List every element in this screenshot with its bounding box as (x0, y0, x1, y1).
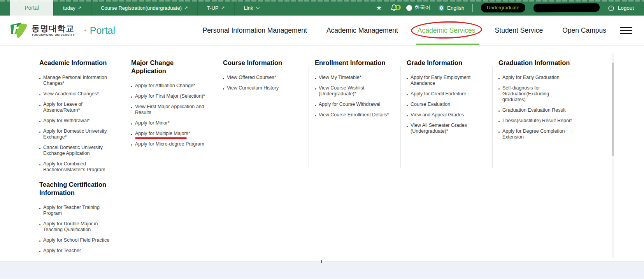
menu-item-label: Thesis(substitute) Result Report (502, 118, 574, 124)
menu-item[interactable]: Apply for Domestic University Exchange* (39, 128, 118, 140)
menu-item-label: View First Major Application and Results (135, 104, 206, 116)
menu-item[interactable]: Apply for Course Withdrawal (315, 102, 393, 107)
mega-menu-columns: Academic InformationManage Personal Info… (0, 46, 644, 256)
menu-item[interactable]: Apply for Teacher Training Program (39, 205, 118, 216)
menu-item[interactable]: View Course Wishlist (Undergraduate)* (315, 85, 393, 97)
menu-item-label: View Curriculum History (227, 85, 298, 91)
menu-item[interactable]: Self-diagnosis for Graduation(Excluding … (498, 85, 577, 103)
menu-item-label: Apply for Teacher (43, 248, 114, 254)
menu-item-label: Apply for School Field Practice (43, 237, 114, 243)
main-nav: Personal Information Management Academic… (202, 16, 606, 45)
menu-item[interactable]: View Offered Courses* (223, 75, 302, 81)
column-divider (400, 66, 401, 168)
menu-item[interactable]: Apply for Teacher (39, 248, 118, 254)
nav-label: Academic Management (326, 26, 398, 35)
menu-item[interactable]: View My Timetable* (315, 75, 393, 81)
nav-student-service[interactable]: Student Service (495, 16, 543, 45)
nav-label: Personal Information Management (202, 26, 307, 35)
menu-item[interactable]: Manage Personal Information Changes* (39, 75, 118, 86)
nav-open-campus[interactable]: Open Campus (562, 16, 606, 45)
menu-item[interactable]: Cancel Domestic University Exchange Appl… (39, 145, 118, 156)
menu-item[interactable]: Apply for Multiple Majors* (131, 131, 210, 137)
menu-item[interactable]: Apply for Early Graduation (498, 75, 577, 81)
tab-link-dropdown[interactable]: Link (234, 0, 268, 16)
menu-item[interactable]: Apply for Early Employment Attendance (407, 75, 485, 86)
menu-item[interactable]: Apply for Affiliation Change* (131, 83, 210, 89)
menu-item[interactable]: Apply for Leave of Absence/Return* (39, 102, 118, 113)
menu-section: Graduation InformationApply for Early Gr… (498, 59, 577, 140)
menu-item[interactable]: Apply for Withdrawal* (39, 118, 118, 124)
menu-item[interactable]: View First Major Application and Results (131, 104, 210, 116)
menu-item[interactable]: Graduation Evaluation Result (498, 107, 577, 113)
menu-item[interactable]: Apply for School Field Practice (39, 237, 118, 243)
radio-selected-icon[interactable] (439, 5, 444, 11)
nav-academic-management[interactable]: Academic Management (326, 16, 398, 45)
menu-section: Teaching Certification InformationApply … (39, 181, 118, 254)
nav-academic-services[interactable]: Academic Services (418, 16, 476, 45)
menu-section-title: Academic Information (39, 59, 116, 67)
menu-item[interactable]: Thesis(substitute) Result Report (498, 118, 577, 124)
bullet-icon (407, 115, 408, 116)
menu-section-title: Grade Information (407, 59, 483, 67)
notification-bell-icon[interactable]: 0 (390, 4, 398, 12)
bullet-icon (131, 107, 132, 108)
bullet-icon (131, 144, 132, 146)
logout-button[interactable]: Logout (608, 5, 634, 11)
menu-item[interactable]: Apply for First Major (Selection)* (131, 93, 210, 99)
tab-t-up[interactable]: T-UP ↗ (197, 0, 234, 16)
language-option-english[interactable]: English (439, 5, 464, 11)
menu-item[interactable]: Apply for Credit Forfeiture (407, 91, 485, 97)
menu-item[interactable]: Apply for Degree Completion Extension (498, 128, 577, 140)
logout-label: Logout (618, 5, 634, 11)
radio-unselected-icon[interactable] (406, 5, 412, 11)
menu-column: Major Change ApplicationApply for Affili… (125, 46, 217, 256)
bullet-icon (223, 88, 224, 89)
tab-tuday[interactable]: tuday ↗ (53, 0, 91, 16)
menu-item-label: Apply for Micro-degree Program (135, 141, 206, 147)
menu-item[interactable]: Apply for Micro-degree Program (131, 141, 210, 147)
menu-item[interactable]: View Curriculum History (223, 85, 302, 91)
menu-scrollbar-thumb[interactable] (612, 63, 614, 156)
bullet-icon (498, 78, 500, 79)
nav-personal-information-management[interactable]: Personal Information Management (202, 16, 307, 45)
menu-item-label: Apply for Teacher Training Program (43, 205, 114, 216)
bullet-icon (223, 78, 224, 79)
menu-section: Major Change ApplicationApply for Affili… (131, 59, 210, 147)
menu-item-label: Apply for Minor* (135, 120, 206, 126)
menu-column: Graduation InformationApply for Early Gr… (492, 46, 584, 256)
external-link-icon: ↗ (78, 5, 82, 11)
tab-portal[interactable]: Portal (10, 0, 53, 16)
menu-item-label: Apply for Degree Completion Extension (502, 128, 574, 140)
menu-item[interactable]: View All Semester Grades (Undergraduate)… (407, 123, 485, 134)
column-divider (309, 66, 309, 168)
menu-item-label: View All Semester Grades (Undergraduate)… (411, 123, 482, 134)
nav-label: Open Campus (562, 26, 606, 35)
hamburger-menu-icon[interactable] (620, 27, 632, 34)
menu-item[interactable]: Apply for Double Major in Teaching Quali… (39, 221, 118, 233)
menu-column: Enrollment InformationView My Timetable*… (309, 46, 400, 256)
bullet-icon (39, 148, 40, 149)
menu-column: Course InformationView Offered Courses*V… (217, 46, 309, 256)
menu-item[interactable]: Apply for Minor* (131, 120, 210, 126)
language-option-korean[interactable]: 한국어 (406, 4, 431, 11)
menu-item[interactable]: View and Appeal Grades (407, 112, 485, 118)
bullet-icon (131, 134, 132, 135)
favorites-star-icon[interactable]: ★ (376, 5, 382, 11)
red-circle-annotation (411, 21, 482, 39)
bullet-icon (131, 86, 132, 87)
bullet-icon (315, 78, 316, 79)
menu-item[interactable]: View Course Enrollment Details* (315, 112, 393, 118)
bullet-icon (39, 132, 40, 133)
bullet-icon (407, 126, 408, 127)
logo-separator-dot: · (84, 27, 86, 34)
tab-label: Link (244, 5, 253, 11)
topbar: Portal tuday ↗ Course Registration(under… (0, 0, 644, 16)
tab-course-registration[interactable]: Course Registration(undergraduate) ↗ (91, 0, 197, 16)
university-logo[interactable]: 동명대학교 TONGMYONG UNIVERSITY · Portal (10, 16, 115, 45)
menu-item[interactable]: View Academic Changes* (39, 91, 118, 97)
menu-section: Grade InformationApply for Early Employm… (407, 59, 485, 134)
menu-item[interactable]: Course Evaluation (407, 102, 485, 107)
menu-item[interactable]: Apply for Combined Bachelor's/Master's P… (39, 161, 118, 173)
bullet-icon (498, 132, 500, 133)
menu-item-label: View Course Enrollment Details* (319, 112, 390, 118)
